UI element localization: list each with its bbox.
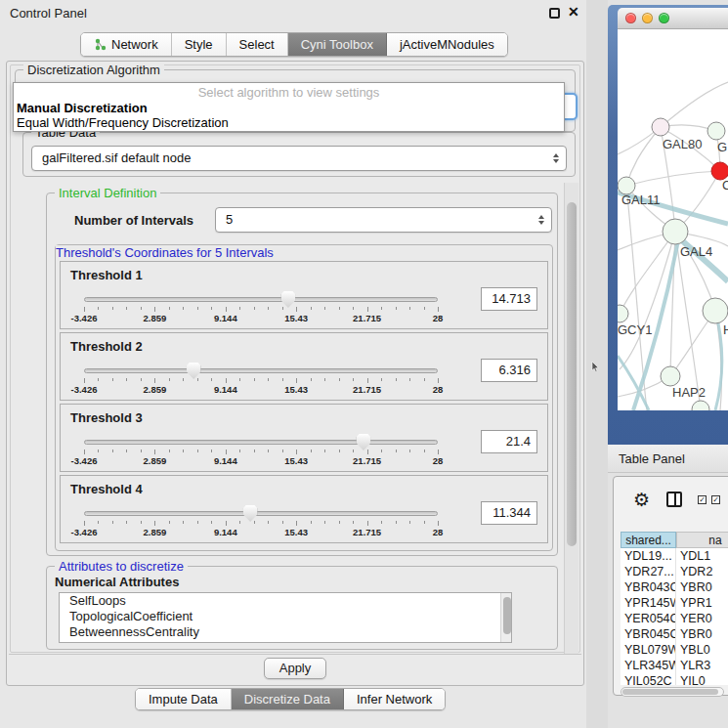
attribute-list-item[interactable]: SelfLoops: [60, 593, 511, 609]
table-row[interactable]: YER054CYER0: [621, 611, 728, 626]
table-cell[interactable]: YDL19...: [621, 548, 676, 564]
table-panel-bar: Table Panel: [608, 445, 728, 473]
network-node[interactable]: [703, 298, 728, 323]
slider-thumb[interactable]: [243, 505, 258, 522]
threshold-slider[interactable]: -3.4262.8599.14415.4321.71528: [84, 434, 438, 467]
slider-tick-label: 2.859: [144, 455, 167, 466]
tab-impute-data[interactable]: Impute Data: [136, 689, 232, 709]
threshold-value-field[interactable]: 14.713: [481, 287, 537, 311]
network-node[interactable]: [618, 305, 628, 322]
threshold-panel: Threshold 3 -3.4262.8599.14415.4321.7152…: [60, 404, 548, 472]
algorithm-option-manual[interactable]: Manual Discretization: [17, 101, 148, 115]
float-window-icon[interactable]: [549, 8, 560, 19]
table-cell[interactable]: YBR045C: [621, 626, 676, 642]
table-cell[interactable]: YER054C: [621, 611, 676, 626]
network-node[interactable]: [707, 122, 725, 140]
desktop: Control Panel ✕ Network Style Select Cyn…: [0, 0, 728, 728]
tab-label: Cyni Toolbox: [301, 37, 373, 52]
list-scrollbar[interactable]: [500, 593, 511, 642]
tab-style[interactable]: Style: [172, 33, 227, 56]
checkbox-icon[interactable]: ✓: [698, 495, 707, 504]
combo-stepper-icon: [553, 153, 559, 163]
tab-network[interactable]: Network: [81, 33, 172, 56]
table-cell[interactable]: YDR27...: [621, 564, 676, 579]
apply-button[interactable]: Apply: [264, 658, 326, 679]
threshold-slider[interactable]: -3.4262.8599.14415.4321.71528: [84, 363, 438, 396]
table-cell[interactable]: YBL0: [676, 642, 728, 658]
table-column-header[interactable]: na: [676, 532, 728, 548]
slider-thumb[interactable]: [356, 434, 370, 450]
control-panel-titlebar: Control Panel ✕: [0, 0, 586, 25]
table-horizontal-scrollbar[interactable]: [621, 687, 724, 697]
slider-tick-label: -3.426: [71, 313, 98, 323]
table-data-combobox[interactable]: galFiltered.sif default node: [31, 146, 567, 171]
columns-icon[interactable]: [666, 492, 682, 507]
scrollbar-thumb[interactable]: [503, 597, 511, 634]
network-node[interactable]: [652, 118, 669, 136]
tab-jactivemnodules[interactable]: jActiveMNodules: [387, 33, 507, 56]
slider-track[interactable]: [84, 368, 438, 373]
scrollbar-thumb[interactable]: [622, 689, 718, 695]
slider-track[interactable]: [84, 511, 438, 516]
table-row[interactable]: YBR045CYBR0: [621, 626, 728, 642]
network-node[interactable]: [663, 219, 688, 244]
network-node-label: HAP2: [672, 385, 706, 400]
settings-scrollbar[interactable]: [564, 183, 578, 654]
close-traffic-light-icon[interactable]: [625, 13, 636, 23]
table-row[interactable]: YBR043CYBR0: [621, 579, 728, 595]
table-row[interactable]: YBL079WYBL0: [621, 642, 728, 658]
tab-select[interactable]: Select: [227, 33, 288, 56]
table-cell[interactable]: YER0: [676, 611, 728, 626]
slider-tick-label: 21.715: [353, 455, 381, 466]
network-node[interactable]: [661, 366, 680, 386]
network-canvas[interactable]: GAL80GCGAL11GAL4GCY1HHAP2: [618, 29, 728, 410]
tab-discretize-data[interactable]: Discretize Data: [232, 689, 344, 709]
number-of-intervals-combobox[interactable]: 5: [215, 207, 552, 233]
threshold-value-field[interactable]: 11.344: [481, 501, 537, 525]
algorithm-dropdown-popup: Select algorithm to view settings Manual…: [13, 82, 565, 132]
table-cell[interactable]: YPR145W: [621, 595, 676, 611]
zoom-traffic-light-icon[interactable]: [659, 13, 669, 23]
table-row[interactable]: YDL19...YDL1: [621, 548, 728, 564]
table-body: YDL19...YDL1YDR27...YDR2YBR043CYBR0YPR14…: [621, 548, 728, 685]
table-cell[interactable]: YLR3: [676, 658, 728, 673]
table-cell[interactable]: YBR0: [676, 626, 728, 642]
tab-cyni-toolbox[interactable]: Cyni Toolbox: [288, 33, 387, 56]
table-cell[interactable]: YLR345W: [621, 658, 676, 673]
network-node[interactable]: [692, 401, 709, 410]
minimize-traffic-light-icon[interactable]: [642, 13, 653, 23]
close-window-icon[interactable]: ✕: [568, 4, 579, 20]
table-cell[interactable]: YBR0: [676, 579, 728, 595]
scrollbar-thumb[interactable]: [567, 202, 577, 546]
network-node-label: H: [723, 322, 728, 337]
algorithm-option-equal-width[interactable]: Equal Width/Frequency Discretization: [17, 115, 229, 130]
table-cell[interactable]: YBL079W: [621, 642, 676, 658]
table-cell[interactable]: YDL1: [676, 548, 728, 564]
threshold-slider[interactable]: -3.4262.8599.14415.4321.71528: [84, 291, 438, 324]
table-cell[interactable]: YPR1: [676, 595, 728, 611]
threshold-value-field[interactable]: 21.4: [481, 430, 537, 453]
table-row[interactable]: YLR345WYLR3: [621, 658, 728, 673]
checkbox-icon[interactable]: ✓: [711, 495, 720, 504]
tab-infer-network[interactable]: Infer Network: [344, 689, 445, 709]
settings-gear-icon[interactable]: ⚙: [633, 489, 650, 511]
table-row[interactable]: YIL052CYIL0: [621, 673, 728, 685]
numerical-attributes-list[interactable]: SelfLoopsTopologicalCoefficientBetweenne…: [59, 592, 512, 643]
threshold-value-field[interactable]: 6.316: [481, 359, 537, 382]
table-cell[interactable]: YIL052C: [621, 673, 676, 685]
table-cell[interactable]: YDR2: [676, 564, 728, 579]
attribute-list-item[interactable]: BetweennessCentrality: [60, 624, 511, 640]
slider-thumb[interactable]: [280, 291, 295, 308]
attribute-list-item[interactable]: TopologicalCoefficient: [60, 609, 511, 624]
table-column-header[interactable]: shared...: [621, 532, 676, 548]
slider-thumb[interactable]: [187, 363, 201, 379]
slider-track[interactable]: [84, 440, 438, 445]
table-row[interactable]: YDR27...YDR2: [621, 564, 728, 579]
table-cell[interactable]: YIL0: [676, 673, 728, 685]
network-node-label: G: [717, 140, 727, 154]
threshold-slider[interactable]: -3.4262.8599.14415.4321.71528: [84, 505, 438, 538]
slider-track[interactable]: [84, 297, 438, 302]
table-cell[interactable]: YBR043C: [621, 579, 676, 595]
slider-tick-labels: -3.4262.8599.14415.4321.71528: [84, 455, 438, 466]
table-row[interactable]: YPR145WYPR1: [621, 595, 728, 611]
